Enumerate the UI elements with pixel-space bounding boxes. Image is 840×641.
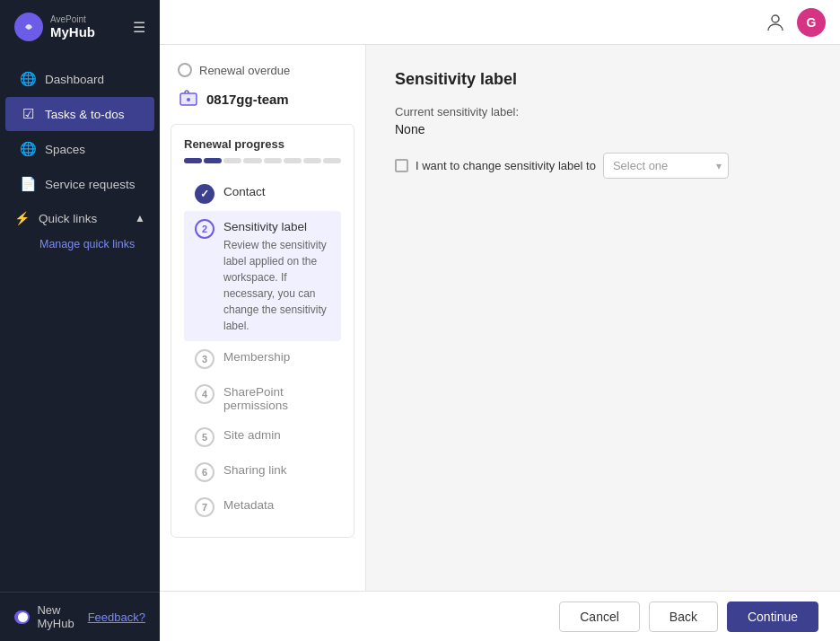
tasks-icon: ☑ (20, 106, 36, 122)
main-content: G Renewal overdue 0817gg-team (160, 0, 840, 641)
step-4[interactable]: 4 SharePoint permissions (184, 376, 341, 419)
quick-links-label: Quick links (39, 212, 97, 225)
top-bar: G (160, 0, 840, 45)
app-logo-icon (14, 13, 43, 41)
form-section-title: Sensitivity label (395, 70, 811, 89)
quick-links-icon: ⚡ (14, 211, 30, 225)
dashboard-icon: 🌐 (20, 71, 36, 87)
sidebar: AvePoint MyHub ☰ 🌐 Dashboard ☑ Tasks & t… (0, 0, 160, 641)
step-3[interactable]: 3 Membership (184, 341, 341, 376)
sidebar-item-service-requests[interactable]: 📄 Service requests (5, 167, 154, 201)
back-button[interactable]: Back (649, 601, 718, 632)
step-5-label: Site admin (223, 426, 281, 442)
quick-links-section[interactable]: ⚡ Quick links ▲ (0, 202, 160, 234)
sidebar-bottom: New MyHub Feedback? (0, 592, 160, 641)
workspace-name: 0817gg-team (206, 92, 289, 107)
form-panel: Sensitivity label Current sensitivity la… (366, 45, 840, 591)
spaces-icon: 🌐 (20, 141, 36, 157)
workspace-icon (178, 88, 199, 110)
current-label-group: Current sensitivity label: None (395, 105, 811, 136)
brand-name: AvePoint (50, 14, 95, 24)
footer-bar: Cancel Back Continue (160, 591, 840, 641)
app-name: MyHub (50, 24, 95, 40)
toggle-label: New MyHub (37, 603, 76, 630)
sensitivity-label-select[interactable]: Select one (603, 153, 729, 179)
step-2-label: Sensitivity label (223, 218, 330, 233)
renewal-overdue: Renewal overdue (160, 63, 365, 88)
sidebar-item-tasks[interactable]: ☑ Tasks & to-dos (5, 97, 154, 131)
change-label-row: I want to change sensitivity label to Se… (395, 153, 811, 179)
step-1[interactable]: Contact (184, 176, 341, 211)
step-1-check-icon (195, 184, 214, 204)
manage-quick-links-label: Manage quick links (39, 238, 135, 250)
workspace-header: 0817gg-team (160, 88, 365, 124)
renewal-overdue-radio (178, 63, 192, 77)
step-7-number: 7 (195, 497, 214, 517)
manage-quick-links-link[interactable]: Manage quick links (0, 234, 160, 254)
hamburger-icon[interactable]: ☰ (133, 19, 145, 36)
step-3-label: Membership (223, 348, 290, 364)
continue-button[interactable]: Continue (727, 601, 818, 632)
current-label-title: Current sensitivity label: (395, 105, 811, 119)
content-area: Renewal overdue 0817gg-team Renewal prog… (160, 45, 840, 591)
sidebar-nav: 🌐 Dashboard ☑ Tasks & to-dos 🌐 Spaces 📄 … (0, 54, 160, 592)
svg-point-4 (187, 98, 190, 101)
sidebar-item-spaces[interactable]: 🌐 Spaces (5, 132, 154, 166)
progress-bar (184, 158, 341, 163)
sidebar-item-label: Tasks & to-dos (45, 108, 125, 121)
sidebar-item-dashboard[interactable]: 🌐 Dashboard (5, 62, 154, 96)
step-6-label: Sharing link (223, 461, 287, 477)
step-1-label: Contact (223, 183, 266, 198)
sidebar-item-label: Service requests (45, 178, 136, 191)
feedback-link[interactable]: Feedback? (88, 610, 145, 624)
sidebar-item-label: Dashboard (45, 73, 104, 86)
current-label-value: None (395, 122, 811, 136)
svg-point-1 (772, 15, 779, 22)
progress-title: Renewal progress (184, 137, 341, 151)
step-6-number: 6 (195, 462, 214, 482)
new-myhub-toggle[interactable] (14, 610, 30, 624)
change-label-text: I want to change sensitivity label to (416, 159, 596, 172)
step-2-desc: Review the sensitivity label applied on … (223, 237, 330, 334)
cancel-button[interactable]: Cancel (559, 601, 640, 632)
chevron-up-icon: ▲ (135, 212, 145, 224)
sidebar-item-label: Spaces (45, 143, 85, 156)
step-4-number: 4 (195, 384, 214, 404)
step-2-number: 2 (195, 219, 214, 239)
steps-panel: Renewal overdue 0817gg-team Renewal prog… (160, 45, 366, 591)
step-2[interactable]: 2 Sensitivity label Review the sensitivi… (184, 211, 341, 341)
step-6[interactable]: 6 Sharing link (184, 454, 341, 489)
sensitivity-label-select-wrapper: Select one (603, 153, 729, 179)
step-4-label: SharePoint permissions (223, 383, 330, 412)
service-requests-icon: 📄 (20, 176, 36, 192)
step-5-number: 5 (195, 427, 214, 447)
step-7-label: Metadata (223, 496, 274, 512)
user-avatar[interactable]: G (797, 8, 826, 37)
step-7[interactable]: 7 Metadata (184, 489, 341, 524)
sidebar-logo: AvePoint MyHub ☰ (0, 0, 160, 54)
change-label-checkbox[interactable] (395, 159, 408, 172)
step-5[interactable]: 5 Site admin (184, 419, 341, 454)
step-3-number: 3 (195, 349, 214, 369)
progress-card: Renewal progress Contact (171, 124, 354, 538)
user-profile-icon[interactable] (763, 10, 788, 35)
renewal-overdue-label: Renewal overdue (199, 64, 290, 77)
